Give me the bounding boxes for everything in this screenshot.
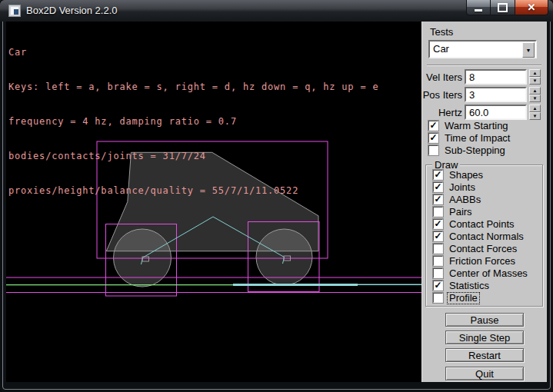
tests-label: Tests [430, 26, 453, 38]
app-icon [8, 5, 21, 17]
spinner-down-button[interactable]: ▼ [529, 77, 541, 85]
caption-buttons: ✕ [466, 0, 548, 16]
checkbox-box[interactable]: ✓ [433, 231, 443, 241]
checkbox-label: Time of Impact [445, 133, 510, 144]
spinner-up-button[interactable]: ▲ [529, 69, 541, 77]
pos-iters-label: Pos Iters [422, 89, 462, 101]
app-window: Box2D Version 2.2.0 ✕ [0, 0, 553, 392]
checkbox-box[interactable] [433, 207, 443, 217]
checkbox-box[interactable]: ✓ [428, 121, 438, 131]
stats-line-proxies: proxies/height/balance/quality = 55/7/1/… [8, 185, 378, 197]
checkbox-box[interactable] [433, 244, 443, 254]
checkbox-label: Center of Masses [449, 268, 528, 279]
hertz-spinner: ▲ ▼ [529, 105, 541, 120]
stats-line-frequency: frequency = 4 hz, damping ratio = 0.7 [8, 116, 378, 128]
dropdown-button[interactable]: ▼ [522, 42, 535, 58]
maximize-icon [498, 3, 508, 12]
checkbox-label: Sub-Stepping [445, 145, 505, 156]
checkbox-label: Statistics [449, 281, 489, 291]
checkbox-label: Contact Forces [449, 244, 517, 254]
checkbox-box[interactable] [428, 145, 438, 155]
pos-iters-spinner: ▲ ▼ [529, 87, 541, 102]
spinner-down-button[interactable]: ▼ [529, 95, 541, 102]
triangle-up-icon: ▲ [533, 106, 538, 111]
hertz-input[interactable]: 60.0 [465, 105, 527, 120]
spinner-up-button[interactable]: ▲ [529, 87, 541, 95]
checkbox-box[interactable] [433, 293, 443, 303]
pause-button[interactable]: Pause [445, 313, 524, 327]
chevron-down-icon: ▼ [526, 48, 531, 53]
checkbox-label: Contact Points [449, 219, 515, 230]
checkbox-label: Joints [449, 182, 475, 193]
stats-line-title: Car [8, 47, 378, 58]
checkbox-label: Contact Normals [449, 231, 524, 242]
debug-stats-text: Car Keys: left = a, brake = s, right = d… [8, 24, 378, 220]
single-step-button[interactable]: Single Step [445, 331, 524, 344]
triangle-down-icon: ▼ [533, 96, 538, 101]
stats-line-keys: Keys: left = a, brake = s, right = d, hz… [8, 81, 378, 93]
hertz-label: Hertz [422, 107, 462, 118]
vel-iters-spinner: ▲ ▼ [529, 69, 541, 85]
checkbox-label: Friction Forces [449, 256, 515, 267]
tests-dropdown-value: Car [433, 43, 449, 55]
stats-line-bodies: bodies/contacts/joints = 31/7/24 [8, 151, 378, 162]
checkbox-label: Profile [448, 293, 479, 304]
close-button[interactable]: ✕ [515, 0, 548, 15]
separator [427, 65, 541, 66]
tests-dropdown[interactable]: Car ▼ [428, 40, 537, 58]
spinner-up-button[interactable]: ▲ [529, 105, 541, 112]
close-icon: ✕ [528, 1, 536, 15]
control-sidebar: Tests Car ▼ Vel Iters 8 ▲ ▼ Pos Iters 3 … [421, 22, 547, 382]
checkbox-label: Pairs [449, 207, 472, 218]
triangle-down-icon: ▼ [533, 114, 538, 118]
vel-iters-row: Vel Iters 8 ▲ ▼ [422, 69, 547, 85]
checkbox-label: Warm Starting [445, 121, 508, 131]
triangle-up-icon: ▲ [533, 71, 538, 75]
vel-iters-label: Vel Iters [422, 71, 462, 83]
minimize-icon [475, 9, 482, 12]
triangle-up-icon: ▲ [533, 88, 538, 93]
pos-iters-row: Pos Iters 3 ▲ ▼ [422, 87, 547, 102]
minimize-button[interactable] [466, 0, 491, 15]
checkbox-box[interactable]: ✓ [433, 219, 443, 229]
vel-iters-input[interactable]: 8 [465, 69, 527, 85]
checkbox-box[interactable] [433, 256, 443, 266]
checkbox-label: AABBs [449, 194, 481, 205]
checkbox-box[interactable]: ✓ [428, 133, 438, 143]
checkbox-box[interactable]: ✓ [433, 194, 443, 204]
triangle-down-icon: ▼ [533, 78, 538, 83]
quit-button[interactable]: Quit [445, 367, 524, 380]
pos-iters-input[interactable]: 3 [465, 87, 527, 102]
window-title: Box2D Version 2.2.0 [26, 5, 118, 16]
restart-button[interactable]: Restart [445, 348, 524, 362]
simulation-canvas[interactable]: Car Keys: left = a, brake = s, right = d… [6, 22, 421, 382]
hertz-row: Hertz 60.0 ▲ ▼ [422, 105, 547, 120]
checkbox-label: Shapes [449, 170, 483, 181]
checkbox-box[interactable]: ✓ [433, 182, 443, 192]
checkbox-box[interactable]: ✓ [433, 281, 443, 291]
spinner-down-button[interactable]: ▼ [529, 112, 541, 120]
maximize-button[interactable] [491, 0, 515, 15]
checkbox-box[interactable]: ✓ [433, 170, 443, 180]
titlebar[interactable]: Box2D Version 2.2.0 ✕ [0, 0, 553, 22]
checkbox-box[interactable] [433, 268, 443, 278]
